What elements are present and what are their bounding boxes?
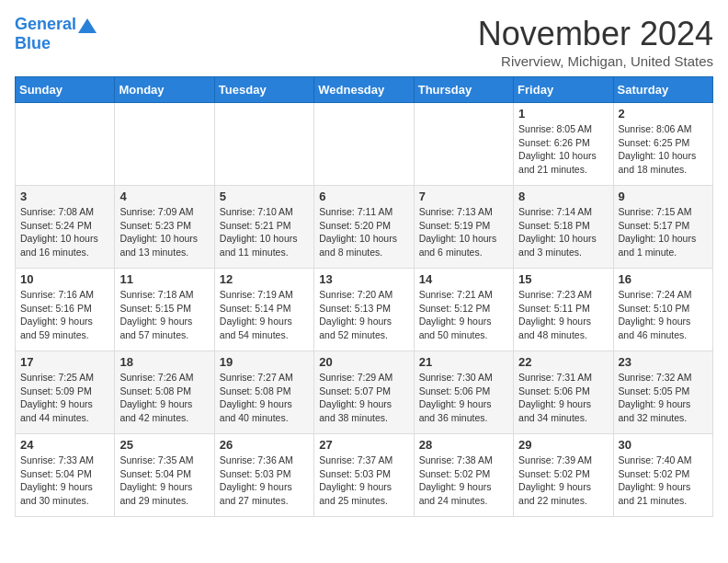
day-number: 17 [20,355,109,369]
day-number: 23 [619,355,708,369]
day-info: Sunrise: 7:19 AMSunset: 5:14 PMDaylight:… [220,288,309,342]
calendar-cell: 6Sunrise: 7:11 AMSunset: 5:20 PMDaylight… [314,186,414,269]
calendar-cell: 24Sunrise: 7:33 AMSunset: 5:04 PMDayligh… [16,434,115,517]
day-info: Sunrise: 7:18 AMSunset: 5:15 PMDaylight:… [119,288,209,342]
calendar-cell: 23Sunrise: 7:32 AMSunset: 5:05 PMDayligh… [613,351,712,434]
calendar-cell: 7Sunrise: 7:13 AMSunset: 5:19 PMDaylight… [414,186,513,269]
day-info: Sunrise: 7:38 AMSunset: 5:02 PMDaylight:… [419,454,508,508]
calendar-cell: 13Sunrise: 7:20 AMSunset: 5:13 PMDayligh… [314,269,414,351]
calendar-cell: 5Sunrise: 7:10 AMSunset: 5:21 PMDaylight… [214,186,313,269]
calendar-cell: 8Sunrise: 7:14 AMSunset: 5:18 PMDaylight… [514,186,613,269]
calendar-week-row: 24Sunrise: 7:33 AMSunset: 5:04 PMDayligh… [16,434,713,517]
day-number: 2 [619,107,708,121]
day-info: Sunrise: 7:33 AMSunset: 5:04 PMDaylight:… [20,454,109,508]
day-number: 10 [20,272,109,286]
day-info: Sunrise: 7:16 AMSunset: 5:16 PMDaylight:… [20,288,109,342]
day-info: Sunrise: 7:26 AMSunset: 5:08 PMDaylight:… [119,371,209,425]
calendar-week-row: 3Sunrise: 7:08 AMSunset: 5:24 PMDaylight… [16,186,713,269]
day-number: 16 [619,272,708,286]
calendar-cell: 29Sunrise: 7:39 AMSunset: 5:02 PMDayligh… [514,434,613,517]
calendar-week-row: 1Sunrise: 8:05 AMSunset: 6:26 PMDaylight… [16,103,713,186]
calendar-cell: 15Sunrise: 7:23 AMSunset: 5:11 PMDayligh… [514,269,613,351]
day-info: Sunrise: 7:35 AMSunset: 5:04 PMDaylight:… [119,454,209,508]
day-info: Sunrise: 7:14 AMSunset: 5:18 PMDaylight:… [518,205,608,259]
calendar-cell: 17Sunrise: 7:25 AMSunset: 5:09 PMDayligh… [16,351,115,434]
calendar-cell: 19Sunrise: 7:27 AMSunset: 5:08 PMDayligh… [214,351,313,434]
calendar-cell: 11Sunrise: 7:18 AMSunset: 5:15 PMDayligh… [115,269,214,351]
day-info: Sunrise: 7:31 AMSunset: 5:06 PMDaylight:… [518,371,608,425]
page-header: General Blue November 2024 Riverview, Mi… [15,15,713,69]
logo-icon [76,15,97,35]
weekday-header: Sunday [16,77,115,103]
title-area: November 2024 Riverview, Michigan, Unite… [478,15,713,69]
day-number: 22 [518,355,608,369]
weekday-header: Wednesday [314,77,414,103]
calendar-cell: 21Sunrise: 7:30 AMSunset: 5:06 PMDayligh… [414,351,513,434]
day-number: 5 [220,190,309,203]
day-number: 1 [518,107,608,121]
calendar-cell: 10Sunrise: 7:16 AMSunset: 5:16 PMDayligh… [16,269,115,351]
day-number: 13 [319,272,408,286]
day-number: 15 [518,272,608,286]
day-number: 27 [319,438,408,452]
day-number: 11 [119,272,209,286]
calendar-week-row: 17Sunrise: 7:25 AMSunset: 5:09 PMDayligh… [16,351,713,434]
calendar-cell: 28Sunrise: 7:38 AMSunset: 5:02 PMDayligh… [414,434,513,517]
day-info: Sunrise: 7:20 AMSunset: 5:13 PMDaylight:… [319,288,408,342]
day-number: 12 [220,272,309,286]
location-subtitle: Riverview, Michigan, United States [478,53,713,69]
calendar-cell [414,103,513,186]
weekday-header: Saturday [613,77,712,103]
day-number: 28 [419,438,508,452]
day-number: 18 [119,355,209,369]
calendar-cell: 2Sunrise: 8:06 AMSunset: 6:25 PMDaylight… [613,103,712,186]
calendar-cell [16,103,115,186]
logo-text-blue: Blue [15,35,51,53]
calendar-cell: 9Sunrise: 7:15 AMSunset: 5:17 PMDaylight… [613,186,712,269]
day-info: Sunrise: 7:13 AMSunset: 5:19 PMDaylight:… [419,205,508,259]
calendar-cell: 27Sunrise: 7:37 AMSunset: 5:03 PMDayligh… [314,434,414,517]
day-info: Sunrise: 7:37 AMSunset: 5:03 PMDaylight:… [319,454,408,508]
calendar-cell: 16Sunrise: 7:24 AMSunset: 5:10 PMDayligh… [613,269,712,351]
calendar-cell: 14Sunrise: 7:21 AMSunset: 5:12 PMDayligh… [414,269,513,351]
calendar-cell [214,103,313,186]
calendar-cell: 12Sunrise: 7:19 AMSunset: 5:14 PMDayligh… [214,269,313,351]
day-info: Sunrise: 7:25 AMSunset: 5:09 PMDaylight:… [20,371,109,425]
logo-text-general: General [15,16,76,34]
calendar-cell [314,103,414,186]
day-number: 20 [319,355,408,369]
logo: General Blue [15,15,97,53]
calendar-cell: 20Sunrise: 7:29 AMSunset: 5:07 PMDayligh… [314,351,414,434]
day-number: 21 [419,355,508,369]
day-number: 25 [119,438,209,452]
weekday-header: Tuesday [214,77,313,103]
weekday-header: Thursday [414,77,513,103]
calendar-cell: 26Sunrise: 7:36 AMSunset: 5:03 PMDayligh… [214,434,313,517]
day-info: Sunrise: 7:21 AMSunset: 5:12 PMDaylight:… [419,288,508,342]
calendar-cell: 18Sunrise: 7:26 AMSunset: 5:08 PMDayligh… [115,351,214,434]
day-number: 30 [619,438,708,452]
day-info: Sunrise: 8:06 AMSunset: 6:25 PMDaylight:… [619,122,708,177]
day-number: 9 [619,190,708,203]
day-number: 24 [20,438,109,452]
day-info: Sunrise: 7:40 AMSunset: 5:02 PMDaylight:… [619,454,708,508]
day-number: 6 [319,190,408,203]
calendar-cell: 4Sunrise: 7:09 AMSunset: 5:23 PMDaylight… [115,186,214,269]
day-info: Sunrise: 7:15 AMSunset: 5:17 PMDaylight:… [619,205,708,259]
day-number: 3 [20,190,109,203]
day-info: Sunrise: 7:36 AMSunset: 5:03 PMDaylight:… [220,454,309,508]
day-info: Sunrise: 7:09 AMSunset: 5:23 PMDaylight:… [119,205,209,259]
day-info: Sunrise: 7:32 AMSunset: 5:05 PMDaylight:… [619,371,708,425]
day-info: Sunrise: 7:29 AMSunset: 5:07 PMDaylight:… [319,371,408,425]
weekday-header: Friday [514,77,613,103]
calendar-cell: 1Sunrise: 8:05 AMSunset: 6:26 PMDaylight… [514,103,613,186]
day-number: 7 [419,190,508,203]
calendar-week-row: 10Sunrise: 7:16 AMSunset: 5:16 PMDayligh… [16,269,713,351]
calendar-cell [115,103,214,186]
weekday-header-row: SundayMondayTuesdayWednesdayThursdayFrid… [16,77,713,103]
day-info: Sunrise: 8:05 AMSunset: 6:26 PMDaylight:… [518,122,608,177]
day-number: 26 [220,438,309,452]
day-info: Sunrise: 7:23 AMSunset: 5:11 PMDaylight:… [518,288,608,342]
day-info: Sunrise: 7:08 AMSunset: 5:24 PMDaylight:… [20,205,109,259]
day-info: Sunrise: 7:39 AMSunset: 5:02 PMDaylight:… [518,454,608,508]
